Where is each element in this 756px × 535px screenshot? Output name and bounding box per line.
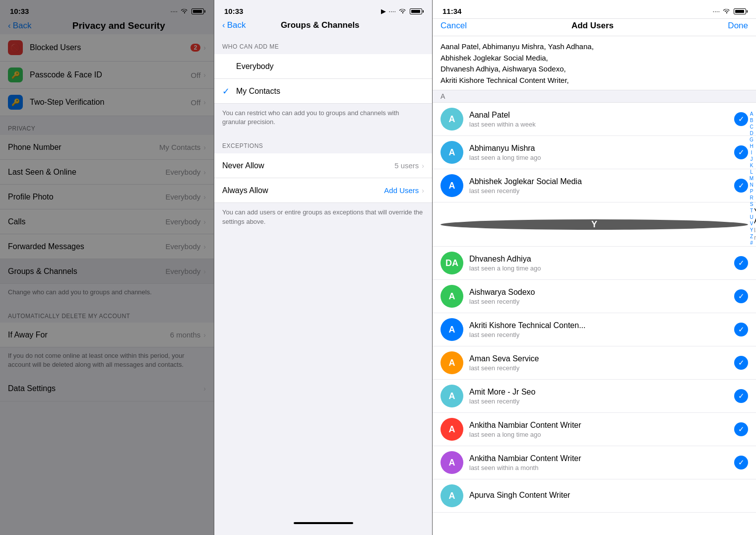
contact-info-apurva: Apurva Singh Content Writer [469,491,748,501]
alpha-letter-z[interactable]: Z [750,234,753,240]
everybody-label: Everybody [236,62,274,71]
never-allow-value: 5 users [394,161,419,170]
contact-check-aishwarya[interactable]: ✓ [734,289,748,303]
contact-row-akriti[interactable]: AAkriti Kishore Technical Conten...last … [433,313,756,346]
alpha-letter-k[interactable]: K [750,163,754,169]
wifi-icon [723,7,731,15]
selected-line3: Dhvanesh Adhiya, Aishwarya Sodexo, [441,65,566,73]
contact-row-aishwarya[interactable]: AAishwarya Sodexolast seen recently✓ [433,280,756,313]
alpha-letter-#[interactable]: # [750,240,753,246]
nav-bar-p3: Cancel Add Users Done [433,19,756,36]
selected-users-bar: Aanal Patel, Abhimanyu Mishra, Yash Adha… [433,36,756,90]
contact-row-abhishek[interactable]: AAbhishek Joglekar Social Medialast seen… [433,169,756,202]
alpha-letter-l[interactable]: L [750,169,753,175]
contact-info-akriti: Akriti Kishore Technical Conten...last s… [469,321,734,338]
status-bar-panel2: 10:33 ▶ ···· [214,0,432,18]
dimming-overlay [0,0,214,535]
contact-row-abhimanyu[interactable]: AAbhimanyu Mishralast seen a long time a… [433,136,756,169]
cancel-button[interactable]: Cancel [441,21,467,31]
contact-check-abhishek[interactable]: ✓ [734,179,748,193]
alpha-letter-v[interactable]: V [750,221,754,227]
contact-row-yash[interactable]: YYash Adhanalast seen recently✓ [433,202,756,247]
cancel-label[interactable]: Cancel [441,21,467,31]
contact-check-amit[interactable]: ✓ [734,389,748,403]
contact-avatar-ankitha1: A [441,418,463,441]
contact-info-aishwarya: Aishwarya Sodexolast seen recently [469,288,734,305]
contact-avatar-dhvanesh: DA [441,252,463,274]
alpha-index[interactable]: ABCDGHIJKLMNPRSTUVYZ# [747,109,756,525]
contact-avatar-amit: A [441,385,463,407]
who-info-text: You can restrict who can add you to grou… [214,104,432,134]
contact-check-ankitha2[interactable]: ✓ [734,456,748,469]
alpha-letter-n[interactable]: N [750,182,753,188]
alpha-letter-u[interactable]: U [750,214,753,220]
alpha-letter-r[interactable]: R [750,195,753,201]
alpha-letter-b[interactable]: B [750,118,754,124]
contact-row-ankitha2[interactable]: AAnkitha Nambiar Content Writerlast seen… [433,446,756,479]
contact-info-abhishek: Abhishek Joglekar Social Medialast seen … [469,177,734,195]
contact-row-amit[interactable]: AAmit More - Jr Seolast seen recently✓ [433,380,756,413]
alpha-letter-h[interactable]: H [750,143,753,149]
back-button-p2[interactable]: ‹ Back [222,20,246,30]
contact-name-aman: Aman Seva Service [469,354,734,363]
contact-status-aishwarya: last seen recently [469,298,734,305]
done-button[interactable]: Done [718,21,748,31]
home-indicator [294,517,353,529]
alpha-letter-m[interactable]: M [750,176,754,182]
back-label-p2[interactable]: Back [227,20,246,30]
contact-avatar-abhishek: A [441,174,463,197]
alpha-letter-d[interactable]: D [750,131,753,136]
contact-name-akriti: Akriti Kishore Technical Conten... [469,321,734,330]
everybody-option[interactable]: ✓ Everybody [214,54,432,79]
alpha-letter-t[interactable]: T [750,208,753,214]
contact-check-akriti[interactable]: ✓ [734,323,748,336]
contact-check-dhvanesh[interactable]: ✓ [734,256,748,270]
contact-check-aanal[interactable]: ✓ [734,112,748,126]
contact-avatar-akriti: A [441,318,463,341]
location-icon: ▶ [381,7,386,15]
alpha-letter-a[interactable]: A [750,111,754,117]
contact-check-abhimanyu[interactable]: ✓ [734,145,748,159]
contact-status-aman: last seen recently [469,364,734,372]
contact-info-amit: Amit More - Jr Seolast seen recently [469,388,734,405]
contact-name-ankitha1: Ankitha Nambiar Content Writer [469,421,734,430]
contact-name-aanal: Aanal Patel [469,111,734,120]
alpha-letter-p[interactable]: P [750,189,754,195]
contact-row-ankitha1[interactable]: AAnkitha Nambiar Content Writerlast seen… [433,413,756,446]
page-title-p2: Groups & Channels [246,20,394,30]
my-contacts-option[interactable]: ✓ My Contacts [214,79,432,104]
status-icons-p3: ···· [713,7,746,15]
contact-name-abhimanyu: Abhimanyu Mishra [469,144,734,153]
alpha-letter-s[interactable]: S [750,201,754,207]
contact-row-aanal[interactable]: AAanal Patellast seen within a week✓ [433,103,756,136]
contact-check-aman[interactable]: ✓ [734,356,748,370]
alpha-letter-j[interactable]: J [751,156,753,162]
add-users-panel: 11:34 ···· Cancel Add Users Done Aanal P… [433,0,756,535]
battery-icon [410,8,422,14]
contact-info-aman: Aman Seva Servicelast seen recently [469,354,734,372]
contact-row-dhvanesh[interactable]: DADhvanesh Adhiyalast seen a long time a… [433,247,756,280]
never-allow-row[interactable]: Never Allow 5 users › [214,153,432,178]
exceptions-rows: Never Allow 5 users › Always Allow Add U… [214,153,432,203]
contact-avatar-aanal: A [441,108,463,131]
contact-section-a: A [433,90,756,103]
contact-status-ankitha1: last seen a long time ago [469,431,734,438]
alpha-letter-g[interactable]: G [750,137,754,143]
contact-check-ankitha1[interactable]: ✓ [734,422,748,436]
dots-icon: ···· [713,7,720,15]
selected-line1: Aanal Patel, Abhimanyu Mishra, Yash Adha… [441,42,594,51]
wifi-icon [399,7,407,15]
contact-info-abhimanyu: Abhimanyu Mishralast seen a long time ag… [469,144,734,161]
alpha-letter-c[interactable]: C [750,124,753,130]
alpha-letter-y[interactable]: Y [750,227,754,233]
always-allow-row[interactable]: Always Allow Add Users › [214,178,432,203]
always-allow-value: Add Users [384,186,419,195]
alpha-letter-i[interactable]: I [751,150,753,156]
who-options: ✓ Everybody ✓ My Contacts [214,54,432,104]
chevron-right-icon: › [422,162,424,170]
contact-name-ankitha2: Ankitha Nambiar Content Writer [469,454,734,463]
contact-row-aman[interactable]: AAman Seva Servicelast seen recently✓ [433,346,756,380]
contact-row-apurva[interactable]: AApurva Singh Content Writer [433,479,756,513]
privacy-security-panel: 10:33 ···· ‹ Back Privacy and Security 🚫… [0,0,214,535]
contact-name-apurva: Apurva Singh Content Writer [469,491,748,500]
